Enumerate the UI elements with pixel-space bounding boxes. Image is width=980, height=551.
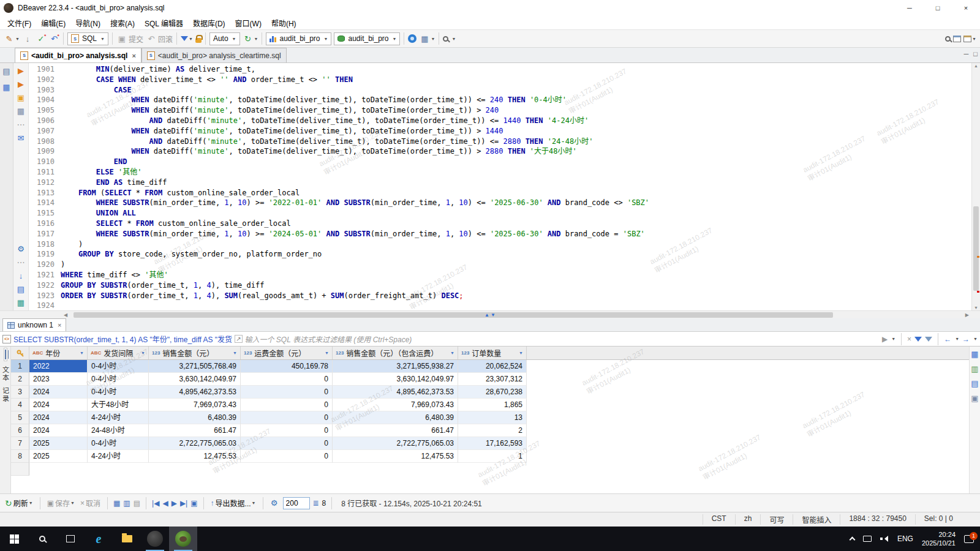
code-line[interactable]: AND dateDiff('minute', toDateTime(delive… [61,137,971,147]
execute-sql-icon[interactable]: ▶ [15,65,26,76]
row-number[interactable]: 1 [11,360,29,373]
cancel-button[interactable]: ×取消 [79,497,102,509]
result-settings-gear-icon[interactable]: ⚙ [269,498,280,509]
code-line[interactable]: AND dateDiff('minute', toDateTime(delive… [61,116,971,126]
transaction-filter-icon[interactable]: ▼ [179,36,194,42]
table-cell[interactable]: 1,865 [458,399,527,411]
tray-chevron-icon[interactable] [849,537,855,543]
row-number[interactable]: 4 [11,399,29,411]
row-number[interactable]: 7 [11,437,29,450]
code-line[interactable]: ) [61,239,971,250]
table-cell[interactable]: 4-24小时 [88,411,149,424]
menu-item[interactable]: 编辑(E) [36,17,70,29]
code-line[interactable]: CASE WHEN deliver_time_t <> '' AND order… [61,75,971,85]
column-header[interactable]: 123订单数量▼ [458,347,527,359]
table-cell[interactable]: 4,895,462,373.53 [333,386,458,399]
code-line[interactable]: ) [61,260,971,270]
table-cell[interactable]: 2 [458,424,527,437]
add-row-icon[interactable]: ▦ [113,499,120,508]
database-selector[interactable]: audit_bi_pro▼ [334,32,400,45]
perspective-open-icon[interactable]: ▼ [962,35,978,43]
table-cell[interactable]: 17,162,593 [458,437,527,450]
search-icon[interactable] [944,36,952,42]
table-cell[interactable]: 12,475.53 [333,450,458,463]
table-cell[interactable]: 12,475.53 [149,450,241,463]
rollback-button[interactable]: ↶回滚 [145,32,174,45]
code-line[interactable]: WHEN dateDiff('minute', toDateTime(deliv… [61,146,971,157]
sql-editor[interactable]: 1901190219031904190519061907190819091910… [29,63,980,310]
table-cell[interactable]: 661.47 [149,424,241,437]
table-cell[interactable]: 2024 [29,411,88,424]
connection-selector[interactable]: audit_bi_pro▼ [266,32,331,45]
row-number[interactable]: 2 [11,373,29,386]
table-cell[interactable]: 3,630,142,049.97 [149,373,241,386]
last-row-button[interactable]: ▶| [180,499,187,508]
dbeaver-taskbar-icon[interactable] [169,527,197,551]
code-line[interactable]: WHERE SUBSTR(min_order_time, 1, 10) >= '… [61,229,971,239]
save-button[interactable]: ▣保存▼ [46,497,76,509]
code-line[interactable]: FROM (SELECT * FROM custom_online_sale_o… [61,188,971,198]
grid-corner-cell[interactable] [11,347,29,359]
fetch-size-input[interactable] [283,497,310,509]
table-cell[interactable]: 0 [241,424,333,437]
goto-row-button[interactable]: ▣ [190,499,197,508]
clear-filter-icon[interactable]: × [907,335,911,343]
scrollbar-thumb[interactable] [74,312,833,318]
first-row-button[interactable]: |◀ [152,499,159,508]
edit-connection-icon[interactable]: ✎▼ [2,32,21,45]
mail-icon[interactable]: ✉ [15,132,26,143]
tab-analysis-sql[interactable]: S <audit_bi_pro> analysis.sql × [15,48,141,62]
table-cell[interactable]: 0-4小时 [88,386,149,399]
table-cell[interactable]: 0 [241,399,333,411]
table-cell[interactable]: 0-4小时 [88,360,149,373]
code-line[interactable]: WHEN dateDiff('minute', toDateTime(deliv… [61,105,971,116]
table-cell[interactable]: 2023 [29,373,88,386]
next-row-button[interactable]: ▶ [172,499,177,508]
table-cell[interactable]: 2,722,775,065.03 [333,437,458,450]
minimize-button[interactable]: ─ [895,0,924,16]
export-icon[interactable]: ↓ [15,270,26,281]
rollback-icon-button[interactable]: ↶* [47,32,61,45]
table-cell[interactable]: 2,722,775,065.03 [149,437,241,450]
table-cell[interactable]: 7,969,073.43 [333,399,458,411]
file-explorer-icon[interactable] [113,527,141,551]
results-tab-unknown-1[interactable]: unknown 1 × [2,318,66,331]
table-cell[interactable]: 0-4小时 [88,373,149,386]
export-data-button[interactable]: ↑导出数据...▼ [209,497,257,509]
menu-item[interactable]: 搜索(A) [105,17,140,29]
down-arrow-icon[interactable]: ↓ [21,32,34,45]
panel-grid-icon[interactable]: ▦ [970,348,980,359]
results-tab-close-icon[interactable]: × [58,321,61,329]
more-dots-icon[interactable]: ⋯ [15,257,26,268]
row-number[interactable]: 6 [11,424,29,437]
table-cell[interactable]: 2025 [29,437,88,450]
commit-button[interactable]: ▣提交 [115,32,145,45]
text-view-tab[interactable]: 文本 [1,366,10,382]
code-line[interactable]: UNION ALL [61,208,971,219]
column-header[interactable]: 123销售金额（元）（包含运费）▼ [333,347,458,359]
language-indicator[interactable]: ENG [897,534,913,543]
app-icon[interactable] [141,527,169,551]
table-cell[interactable]: 13 [458,411,527,424]
code-area[interactable]: MIN(deliver_time) AS deliver_time_t, CAS… [61,63,971,301]
output-icon[interactable]: ▦ [15,297,26,308]
ie-icon[interactable]: e [85,527,113,551]
minimize-view-icon[interactable]: ─ [964,50,969,58]
table-cell[interactable]: 0 [241,373,333,386]
table-cell[interactable]: 0 [241,437,333,450]
menu-item[interactable]: 导航(N) [70,17,105,29]
more-dots-icon[interactable]: ⋯ [15,119,26,130]
panel-metadata-icon[interactable]: ▥ [970,363,980,374]
table-cell[interactable]: 23,307,312 [458,373,527,386]
tab-close-icon[interactable]: × [132,52,135,59]
filter-save-icon[interactable] [914,337,922,342]
table-cell[interactable]: 0 [241,450,333,463]
apply-filter-icon[interactable]: ▶ [882,335,888,343]
task-view-icon[interactable] [56,527,85,551]
column-header[interactable]: 123销售金额（元）▼ [149,347,241,359]
tray-display-icon[interactable] [863,536,872,542]
table-cell[interactable]: 4-24小时 [88,450,149,463]
table-cell[interactable]: 4,895,462,373.53 [149,386,241,399]
notification-icon[interactable]: 1 [964,535,974,543]
row-number[interactable]: 3 [11,386,29,399]
